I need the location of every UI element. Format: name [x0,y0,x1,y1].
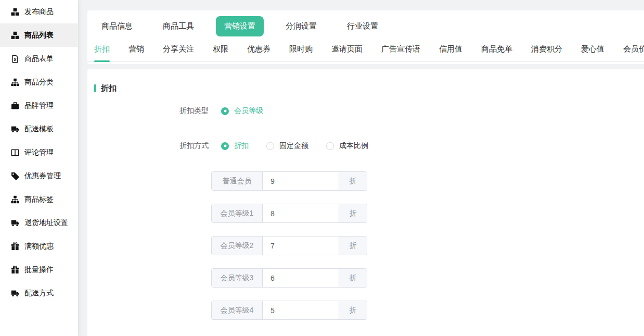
discount-value-input[interactable] [263,269,339,287]
truck-icon [11,125,19,133]
file-excel-icon [11,55,19,63]
radio-option-label: 固定金额 [279,141,308,151]
secondary-tab-label: 折扣 [94,44,110,53]
radio-option-label: 成本比例 [339,141,368,151]
radio-icon [326,142,334,150]
sidebar-item[interactable]: 发布商品 [0,0,78,23]
radio-icon [221,142,229,150]
primary-tab[interactable]: 营销设置 [216,16,264,36]
discount-unit-label: 折 [339,204,367,222]
radio-option[interactable]: 会员等级 [221,106,263,116]
briefcase-icon [11,102,19,110]
sitemap-icon [11,195,19,204]
secondary-tab-label: 广告宣传语 [381,44,420,53]
primary-tab-label: 行业设置 [347,21,378,30]
cubes-icon [11,31,19,40]
secondary-tab[interactable]: 优惠券 [247,42,271,61]
sidebar-item[interactable]: 配送方式 [0,281,78,305]
secondary-tab[interactable]: 会员价 [623,42,644,61]
columns-icon [11,148,19,157]
secondary-tab-label: 营销 [128,44,144,53]
secondary-tab-label: 会员价 [623,44,644,53]
radio-option[interactable]: 成本比例 [326,141,368,151]
sidebar: 发布商品 商品列表 商品表单 商品分类 品牌管理 配送模板 评论管理 [0,0,78,336]
sidebar-item[interactable]: 优惠券管理 [0,164,78,188]
discount-value-input[interactable] [263,301,339,319]
sidebar-item[interactable]: 批量操作 [0,258,78,281]
sidebar-item[interactable]: 品牌管理 [0,94,78,117]
secondary-tab[interactable]: 商品免单 [481,42,512,61]
secondary-tab-label: 权限 [213,44,228,53]
sidebar-item-label: 商品标签 [24,195,54,204]
primary-tab[interactable]: 行业设置 [347,16,378,36]
radio-option-label: 会员等级 [234,106,263,116]
discount-level-label: 普通会员 [212,172,263,190]
sidebar-item-label: 商品表单 [24,54,54,64]
secondary-tab-label: 优惠券 [247,44,271,53]
primary-tabs: 商品信息 商品工具 营销设置 分润设置 行业设置 [87,10,644,42]
radio-option[interactable]: 固定金额 [266,141,308,151]
radio-icon [266,142,274,150]
primary-tab-label: 商品信息 [101,21,133,30]
sidebar-item-label: 商品列表 [24,31,54,40]
discount-level-label: 会员等级2 [212,237,263,255]
form-label: 折扣类型 [177,106,209,116]
discount-unit-label: 折 [339,172,367,190]
sidebar-item[interactable]: 配送模板 [0,117,78,141]
primary-tab[interactable]: 商品信息 [101,16,133,36]
secondary-tab[interactable]: 权限 [213,42,228,61]
discount-value-input[interactable] [263,172,339,190]
sidebar-item-label: 批量操作 [24,265,54,275]
secondary-tab[interactable]: 消费积分 [531,42,562,61]
sidebar-item[interactable]: 商品分类 [0,70,78,94]
sidebar-item[interactable]: 商品列表 [0,23,78,47]
admin-page: 发布商品 商品列表 商品表单 商品分类 品牌管理 配送模板 评论管理 [0,0,644,336]
discount-input-group: 会员等级4 折 [211,301,367,320]
primary-tab-label: 商品工具 [163,21,194,30]
truck-icon [11,289,19,297]
secondary-tab[interactable]: 限时购 [289,42,313,61]
secondary-tabs: 折扣 营销 分享关注 权限 优惠券 限时购 邀请页面 广告宣传语 信用值 [87,42,644,62]
discount-value-input[interactable] [263,237,339,255]
primary-tab-label: 分润设置 [286,21,317,30]
discount-level-label: 会员等级1 [212,204,263,222]
primary-tab-label: 营销设置 [224,21,255,30]
radio-option[interactable]: 折扣 [221,141,249,151]
gift-icon [11,242,19,251]
section-header: 折扣 [94,83,644,93]
secondary-tab-label: 限时购 [289,44,313,53]
form-label: 折扣方式 [177,141,209,151]
primary-tab[interactable]: 分润设置 [286,16,317,36]
discount-value-input[interactable] [263,204,339,222]
secondary-tab[interactable]: 爱心值 [581,42,604,61]
sidebar-item[interactable]: 商品标签 [0,188,78,211]
secondary-tab-label: 信用值 [439,44,462,53]
sidebar-item-label: 退货地址设置 [24,218,68,228]
secondary-tab[interactable]: 邀请页面 [331,42,363,61]
discount-input-group: 普通会员 折 [211,171,367,191]
sidebar-item[interactable]: 评论管理 [0,141,78,164]
discount-unit-label: 折 [339,237,367,255]
sidebar-item-label: 品牌管理 [24,101,54,110]
sidebar-item[interactable]: 满额优惠 [0,234,78,258]
discount-form: 折扣类型 会员等级 折扣方式 折扣 固定金额 成本比例 普通会员 折 [87,107,644,320]
sidebar-item[interactable]: 退货地址设置 [0,211,78,234]
tag-icon [11,172,19,180]
discount-unit-label: 折 [339,301,367,319]
secondary-tab[interactable]: 广告宣传语 [381,42,420,61]
secondary-tab[interactable]: 分享关注 [163,42,194,61]
secondary-tab-label: 邀请页面 [331,44,363,53]
secondary-tab[interactable]: 信用值 [439,42,462,61]
sidebar-item[interactable]: 商品表单 [0,47,78,70]
section-title: 折扣 [101,83,117,93]
secondary-tab-label: 消费积分 [531,44,562,53]
secondary-tab[interactable]: 营销 [128,42,144,61]
discount-level-list: 普通会员 折 会员等级1 折 会员等级2 折 会员等级3 折 [211,171,644,320]
sidebar-item-label: 发布商品 [24,7,54,17]
form-row: 折扣类型 会员等级 [177,107,644,115]
sidebar-item-label: 配送模板 [24,125,54,134]
radio-icon [221,107,229,115]
secondary-tab[interactable]: 折扣 [94,42,110,61]
primary-tab[interactable]: 商品工具 [163,16,194,36]
sitemap-icon [11,78,19,86]
